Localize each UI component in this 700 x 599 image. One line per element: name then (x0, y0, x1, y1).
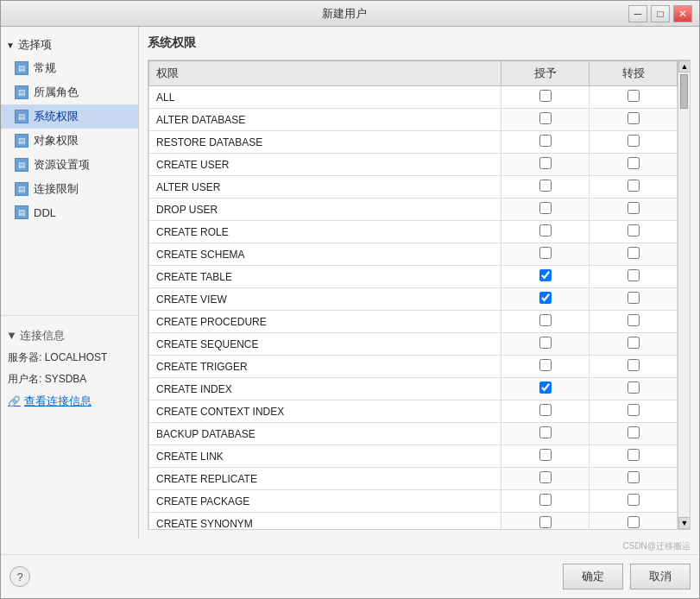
cancel-button[interactable]: 取消 (630, 564, 691, 590)
grant-checkbox-cell[interactable] (501, 356, 590, 378)
grant-checkbox[interactable] (539, 471, 552, 483)
grant-checkbox-cell[interactable] (501, 86, 590, 109)
transfer-checkbox[interactable] (627, 224, 640, 236)
grant-checkbox[interactable] (539, 180, 552, 192)
grant-checkbox-cell[interactable] (501, 154, 590, 176)
transfer-checkbox-cell[interactable] (590, 468, 678, 490)
sidebar-item-roles[interactable]: ▤ 所属角色 (1, 80, 138, 104)
grant-checkbox-cell[interactable] (501, 423, 590, 445)
scroll-thumb[interactable] (680, 74, 688, 109)
transfer-checkbox-cell[interactable] (590, 154, 678, 176)
transfer-checkbox[interactable] (627, 247, 640, 259)
grant-checkbox[interactable] (539, 224, 552, 236)
grant-checkbox[interactable] (539, 112, 552, 124)
transfer-checkbox[interactable] (627, 381, 640, 394)
grant-checkbox[interactable] (539, 135, 552, 147)
sidebar-item-connlimit[interactable]: ▤ 连接限制 (1, 177, 138, 201)
grant-checkbox[interactable] (539, 381, 552, 394)
grant-checkbox-cell[interactable] (501, 243, 590, 266)
grant-checkbox-cell[interactable] (501, 109, 590, 131)
transfer-checkbox-cell[interactable] (590, 243, 678, 266)
transfer-checkbox[interactable] (627, 292, 640, 304)
transfer-checkbox[interactable] (627, 516, 640, 528)
transfer-checkbox[interactable] (627, 449, 640, 461)
grant-checkbox[interactable] (539, 292, 552, 304)
transfer-checkbox-cell[interactable] (590, 445, 678, 468)
sidebar-item-objpriv[interactable]: ▤ 对象权限 (1, 129, 138, 153)
transfer-checkbox-cell[interactable] (590, 513, 678, 530)
transfer-checkbox-cell[interactable] (590, 176, 678, 199)
grant-checkbox-cell[interactable] (501, 468, 590, 490)
transfer-checkbox[interactable] (627, 112, 640, 124)
transfer-checkbox[interactable] (627, 337, 640, 349)
transfer-checkbox[interactable] (627, 269, 640, 281)
transfer-checkbox-cell[interactable] (590, 86, 678, 109)
grant-checkbox-cell[interactable] (501, 513, 590, 530)
grant-checkbox-cell[interactable] (501, 199, 590, 221)
minimize-button[interactable]: ─ (628, 5, 647, 22)
grant-checkbox-cell[interactable] (501, 445, 590, 468)
transfer-checkbox-cell[interactable] (590, 131, 678, 154)
grant-checkbox[interactable] (539, 269, 552, 281)
grant-checkbox-cell[interactable] (501, 221, 590, 243)
scroll-down-button[interactable]: ▼ (678, 517, 691, 529)
scroll-track[interactable] (678, 73, 690, 517)
grant-checkbox[interactable] (539, 247, 552, 259)
grant-checkbox[interactable] (539, 516, 552, 528)
transfer-checkbox-cell[interactable] (590, 288, 678, 311)
transfer-checkbox-cell[interactable] (590, 356, 678, 378)
grant-checkbox-cell[interactable] (501, 311, 590, 333)
transfer-checkbox-cell[interactable] (590, 400, 678, 423)
transfer-checkbox[interactable] (627, 90, 640, 102)
transfer-checkbox[interactable] (627, 359, 640, 371)
confirm-button[interactable]: 确定 (563, 564, 623, 590)
sidebar-section-header[interactable]: ▼ 选择项 (1, 34, 138, 56)
sidebar-item-resources[interactable]: ▤ 资源设置项 (1, 153, 138, 177)
transfer-checkbox[interactable] (627, 180, 640, 192)
transfer-checkbox[interactable] (627, 471, 640, 483)
grant-checkbox-cell[interactable] (501, 400, 590, 423)
sidebar-item-syspriv[interactable]: ▤ 系统权限 (1, 104, 138, 129)
transfer-checkbox[interactable] (627, 494, 640, 506)
transfer-checkbox[interactable] (627, 314, 640, 326)
transfer-checkbox-cell[interactable] (590, 109, 678, 131)
scrollbar[interactable]: ▲ ▼ (678, 60, 690, 529)
grant-checkbox-cell[interactable] (501, 288, 590, 311)
grant-checkbox-cell[interactable] (501, 266, 590, 288)
grant-checkbox-cell[interactable] (501, 333, 590, 356)
transfer-checkbox[interactable] (627, 426, 640, 438)
transfer-checkbox-cell[interactable] (590, 311, 678, 333)
grant-checkbox[interactable] (539, 404, 552, 416)
transfer-checkbox[interactable] (627, 404, 640, 416)
close-button[interactable]: ✕ (673, 5, 692, 22)
grant-checkbox[interactable] (539, 494, 552, 506)
grant-checkbox-cell[interactable] (501, 490, 590, 513)
grant-checkbox-cell[interactable] (501, 176, 590, 199)
transfer-checkbox-cell[interactable] (590, 490, 678, 513)
sidebar-item-ddl[interactable]: ▤ DDL (1, 201, 138, 224)
transfer-checkbox-cell[interactable] (590, 266, 678, 288)
transfer-checkbox[interactable] (627, 202, 640, 214)
view-conn-info-link[interactable]: 🔗 查看连接信息 (1, 390, 138, 413)
sidebar-item-general[interactable]: ▤ 常规 (1, 56, 138, 80)
grant-checkbox[interactable] (539, 90, 552, 102)
transfer-checkbox-cell[interactable] (590, 378, 678, 400)
grant-checkbox[interactable] (539, 359, 552, 371)
transfer-checkbox-cell[interactable] (590, 423, 678, 445)
transfer-checkbox[interactable] (627, 135, 640, 147)
help-button[interactable]: ? (9, 566, 30, 587)
grant-checkbox[interactable] (539, 157, 552, 169)
transfer-checkbox-cell[interactable] (590, 333, 678, 356)
grant-checkbox-cell[interactable] (501, 378, 590, 400)
grant-checkbox-cell[interactable] (501, 131, 590, 154)
grant-checkbox[interactable] (539, 337, 552, 349)
grant-checkbox[interactable] (539, 426, 552, 438)
transfer-checkbox[interactable] (627, 157, 640, 169)
grant-checkbox[interactable] (539, 202, 552, 214)
restore-button[interactable]: □ (651, 5, 670, 22)
transfer-checkbox-cell[interactable] (590, 199, 678, 221)
transfer-checkbox-cell[interactable] (590, 221, 678, 243)
grant-checkbox[interactable] (539, 449, 552, 461)
grant-checkbox[interactable] (539, 314, 552, 326)
scroll-up-button[interactable]: ▲ (678, 60, 691, 73)
